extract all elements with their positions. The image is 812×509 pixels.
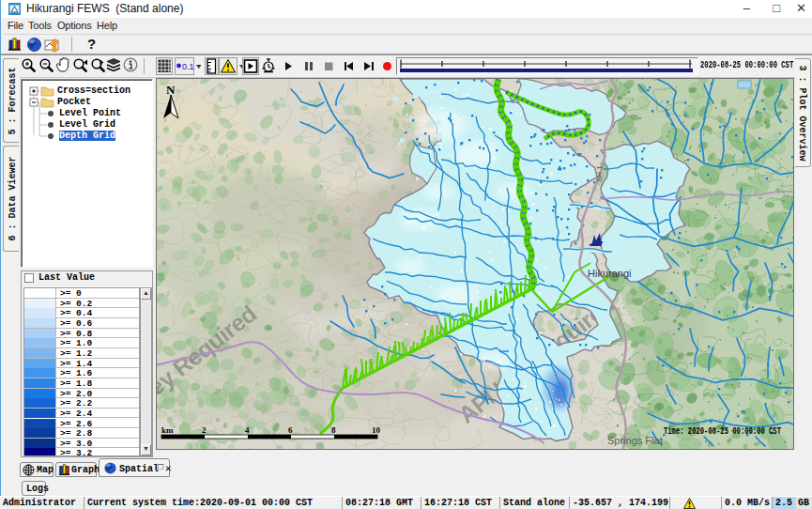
svg-text:4: 4	[245, 425, 250, 435]
svg-text:Springs Flat: Springs Flat	[607, 435, 663, 446]
svg-text:2: 2	[202, 425, 207, 435]
svg-text:Hikurangi: Hikurangi	[588, 268, 631, 279]
svg-text:10: 10	[372, 425, 381, 435]
svg-text:6: 6	[288, 425, 293, 435]
svg-text:8: 8	[331, 425, 336, 435]
svg-text:SH 1: SH 1	[595, 165, 604, 182]
svg-text:km: km	[161, 425, 174, 435]
svg-text:0.1: 0.1	[182, 62, 194, 71]
svg-text:Time: 2020-08-25 00:00:00 CST: Time: 2020-08-25 00:00:00 CST	[664, 425, 781, 438]
svg-text:N: N	[166, 83, 176, 97]
